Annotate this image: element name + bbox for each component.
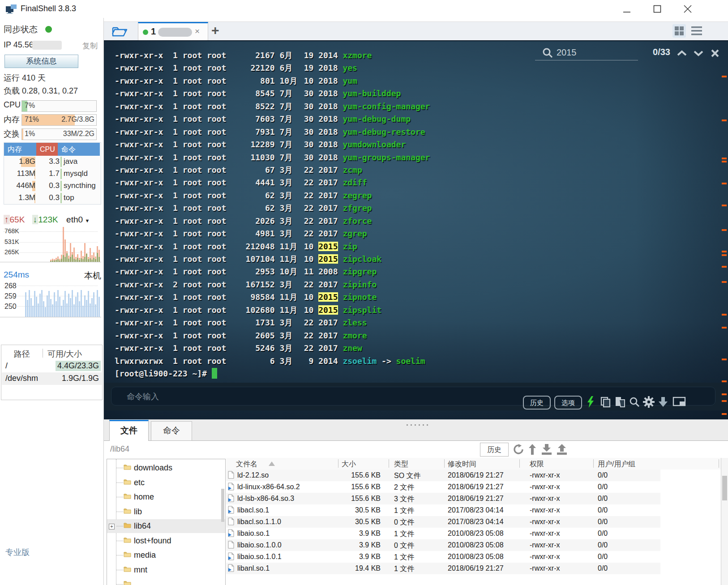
menu-icon[interactable]	[690, 26, 703, 36]
year: 2017	[318, 191, 338, 200]
file-row[interactable]: libacl.so.1.1.030.5 KB0 文件2017/08/23 04:…	[226, 516, 721, 528]
tree-scrollbar[interactable]	[221, 489, 224, 522]
file-row[interactable]: libacl.so.130.5 KB1 文件2017/08/23 04:14-r…	[226, 504, 721, 516]
options-button[interactable]: 选项	[554, 396, 582, 410]
tree-item-lib64[interactable]: +lib64	[107, 519, 225, 533]
fullscreen-monitor-icon[interactable]	[672, 396, 686, 408]
new-tab-button[interactable]: +	[211, 23, 219, 38]
minimize-button[interactable]	[622, 4, 631, 13]
year: 2018	[318, 153, 338, 162]
tree-item-lib[interactable]: lib	[107, 505, 225, 519]
column-header[interactable]: 类型	[394, 460, 408, 469]
column-header[interactable]: 大小	[342, 460, 356, 469]
file-name-cell: libanl.so.1	[237, 564, 270, 572]
ip-redacted-blob	[32, 41, 62, 50]
terminal-line: -rwxr-xr-x 1 root root 11030 7月 30 2018 …	[115, 151, 430, 164]
copy-ip-button[interactable]: 复制	[82, 41, 98, 51]
cjk-month: 月	[289, 253, 299, 265]
history-button[interactable]: 历史	[523, 396, 551, 410]
file-size-cell: 155.6 KB	[280, 495, 381, 503]
terminal-line: lrwxrwxrwx 1 root root 6 3月 9 2014 zsoel…	[115, 355, 430, 367]
file-icon	[228, 517, 234, 527]
file-row[interactable]: ld-lsb-x86-64.so.3155.6 KB3 文件2018/06/19…	[226, 493, 721, 504]
cjk-month: 月	[284, 151, 294, 164]
ping-y-label: 259	[4, 292, 17, 300]
search-next-icon[interactable]	[693, 49, 704, 57]
tree-item[interactable]	[107, 577, 225, 585]
tree-item-label: mnt	[134, 565, 147, 575]
ping-bar	[88, 291, 89, 317]
proc-cpu: 0.3	[36, 193, 60, 202]
download-arrow-button-icon[interactable]	[657, 396, 669, 408]
column-header[interactable]: 权限	[530, 460, 544, 469]
terminal-line: -rwxr-xr-x 1 root root 2605 3月 22 2017 z…	[115, 329, 430, 342]
file-row[interactable]: libaio.so.1.0.03.9 KB0 文件2010/08/23 05:0…	[226, 539, 721, 551]
ping-bar	[79, 301, 80, 317]
download-icon[interactable]	[541, 444, 552, 455]
column-header[interactable]: 修改时间	[448, 460, 476, 469]
close-button[interactable]	[683, 4, 692, 13]
file-row[interactable]: libaio.so.1.0.13.9 KB1 文件2010/08/23 05:0…	[226, 551, 721, 563]
year: 2018	[318, 76, 338, 85]
terminal-search-button-icon[interactable]	[629, 396, 640, 408]
ping-bar	[54, 292, 55, 317]
file-type-cell: 0 文件	[394, 541, 414, 551]
sysinfo-button[interactable]: 系统信息	[4, 55, 78, 68]
upload-icon[interactable]	[556, 444, 568, 455]
tree-branch-line	[116, 468, 123, 469]
cjk-month: 月	[284, 113, 294, 125]
mem-meter: 71% 2.7G/3.8G	[21, 114, 97, 126]
ping-bar	[29, 290, 30, 317]
net-gridline	[4, 231, 98, 232]
net-y-label: 768K	[4, 227, 19, 235]
copy-icon[interactable]	[600, 396, 612, 408]
ping-bar	[91, 298, 93, 317]
file-perms-cell: -rwxr-xr-x	[530, 529, 560, 538]
file-icon-symlink	[228, 529, 234, 539]
open-folder-icon[interactable]	[111, 25, 129, 38]
tree-item-label: lost+found	[134, 536, 171, 546]
file-row[interactable]: libanl.so.119.4 KB1 文件2018/06/19 21:27-r…	[226, 563, 721, 574]
table-scrollbar-thumb[interactable]	[722, 476, 727, 500]
search-input[interactable]: 2015	[557, 47, 577, 58]
layout-grid-button[interactable]	[672, 24, 686, 38]
file-owner-cell: 0/0	[598, 483, 608, 491]
tree-item-lost+found[interactable]: lost+found	[107, 534, 225, 548]
tree-item-mnt[interactable]: mnt	[107, 563, 225, 577]
lightning-icon[interactable]	[586, 396, 595, 408]
tree-item-media[interactable]: media	[107, 548, 225, 562]
paste-icon[interactable]	[614, 396, 626, 408]
refresh-icon[interactable]	[513, 444, 524, 455]
proc-mem: 446M	[4, 181, 35, 190]
tree-item-downloads[interactable]: downloads	[107, 461, 225, 475]
file-name: zipsplit	[343, 305, 381, 315]
column-header[interactable]: 文件名	[236, 460, 257, 469]
file-row[interactable]: libaio.so.13.9 KB1 文件2010/08/23 05:08-rw…	[226, 528, 721, 539]
file-history-button[interactable]: 历史	[480, 443, 509, 457]
swap-meter: 1% 33M/2.2G	[21, 128, 97, 140]
file-row[interactable]: ld-linux-x86-64.so.2155.6 KB2 文件2018/06/…	[226, 481, 721, 493]
terminal[interactable]: -rwxr-xr-x 1 root root 2167 6月 19 2014 x…	[104, 40, 728, 420]
search-match-marker	[722, 314, 727, 316]
table-scrollbar-track[interactable]	[721, 458, 728, 585]
current-path[interactable]: /lib64	[110, 444, 129, 454]
tab-files[interactable]: 文件	[109, 420, 149, 441]
tree-expander-icon[interactable]: +	[109, 524, 115, 529]
file-row[interactable]: ld-2.12.so155.6 KBSO 文件2018/06/19 21:27-…	[226, 470, 721, 481]
tab-close-icon[interactable]: ×	[195, 26, 200, 36]
proc-mem: 1.3M	[4, 193, 35, 202]
terminal-tab[interactable]: 1 ×	[138, 22, 208, 41]
up-arrow-icon[interactable]	[528, 444, 536, 455]
search-close-icon[interactable]	[711, 49, 719, 58]
column-header[interactable]: 用户/用户组	[598, 460, 635, 469]
search-prev-icon[interactable]	[676, 49, 688, 57]
settings-gear-icon[interactable]	[643, 396, 655, 408]
maximize-button[interactable]	[653, 4, 662, 13]
file-size-cell: 155.6 KB	[280, 471, 381, 479]
splitter-handle[interactable]	[407, 420, 429, 422]
tree-item-home[interactable]: home	[107, 490, 225, 504]
tree-item-etc[interactable]: etc	[107, 476, 225, 490]
tab-status-dot	[143, 30, 148, 35]
tab-commands[interactable]: 命令	[151, 421, 192, 440]
folder-icon	[124, 463, 131, 472]
